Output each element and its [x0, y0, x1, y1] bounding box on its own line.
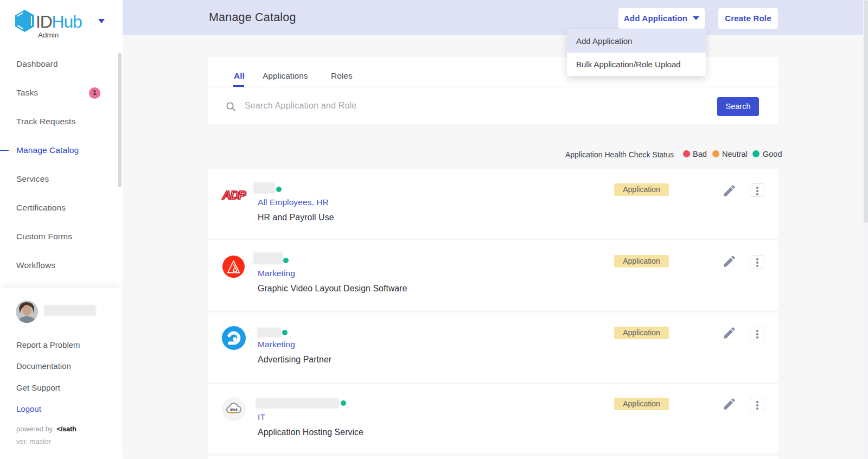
- svg-text:aws: aws: [230, 407, 238, 412]
